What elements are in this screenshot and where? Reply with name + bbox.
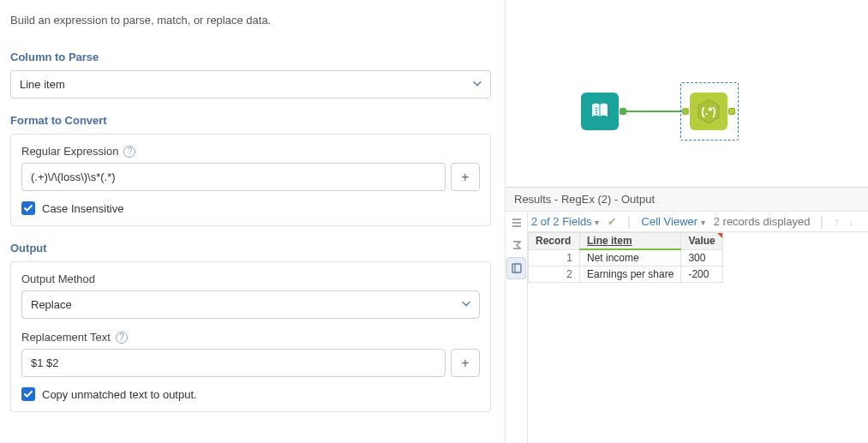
regex-input[interactable]: (.+)\/\(loss\)\s*(.*): [21, 163, 446, 191]
svg-rect-6: [512, 264, 521, 272]
regex-value: (.+)\/\(loss\)\s*(.*): [31, 171, 116, 183]
svg-text:(.*): (.*): [701, 105, 715, 117]
table-row[interactable]: 1 Net income 300: [529, 249, 723, 266]
output-method-value: Replace: [31, 298, 72, 311]
book-icon: [589, 100, 611, 123]
records-displayed: 2 records displayed: [714, 215, 811, 228]
check-icon[interactable]: ✔: [608, 215, 617, 228]
results-toolbar: 2 of 2 Fields ▾ ✔ │ Cell Viewer ▾ 2 reco…: [528, 212, 868, 232]
case-insensitive-checkbox[interactable]: [21, 201, 35, 215]
svg-point-2: [596, 110, 597, 111]
cell-line-item: Earnings per share: [580, 266, 681, 283]
column-to-parse-select[interactable]: Line item: [10, 70, 491, 99]
replacement-add-button[interactable]: +: [451, 349, 480, 377]
copy-unmatched-label: Copy unmatched text to output.: [42, 388, 197, 401]
cell-record: 2: [529, 266, 580, 283]
replacement-value: $1 $2: [31, 356, 59, 369]
output-anchor[interactable]: [728, 108, 735, 115]
format-to-convert-label: Format to Convert: [10, 114, 491, 127]
column-to-parse-label: Column to Parse: [10, 51, 491, 63]
workflow-canvas[interactable]: (.*): [506, 0, 868, 187]
connection-wire: [621, 111, 688, 112]
results-title: Results - RegEx (2) - Output: [514, 193, 655, 206]
description-text: Build an expression to parse, match, or …: [10, 14, 491, 27]
help-icon[interactable]: ?: [123, 146, 135, 158]
arrow-down-icon[interactable]: ↓: [848, 215, 854, 228]
output-method-label: Output Method: [21, 272, 95, 285]
svg-point-3: [596, 112, 597, 114]
cell-value: -200: [681, 266, 722, 283]
help-icon[interactable]: ?: [116, 332, 128, 344]
regex-icon: (.*): [694, 97, 723, 126]
cell-value: 300: [681, 249, 722, 266]
cell-viewer-dropdown[interactable]: Cell Viewer ▾: [642, 215, 705, 228]
replacement-text-input[interactable]: $1 $2: [21, 349, 446, 377]
output-panel: Output Method Replace Replacement Text ?…: [10, 261, 491, 412]
results-table: Record Line item Value 1 Net income 300: [528, 232, 723, 283]
col-record[interactable]: Record: [529, 233, 580, 250]
regex-label: Regular Expression: [21, 145, 118, 158]
output-section-label: Output: [10, 242, 491, 254]
regex-tool-node[interactable]: (.*): [690, 93, 727, 130]
column-to-parse-value: Line item: [20, 78, 65, 91]
table-row[interactable]: 2 Earnings per share -200: [529, 266, 723, 283]
results-side-tabs: [506, 212, 528, 443]
input-tool-node[interactable]: [581, 93, 619, 130]
cell-record: 1: [529, 249, 580, 266]
regex-add-button[interactable]: +: [451, 163, 480, 191]
input-anchor[interactable]: [682, 108, 689, 115]
cell-line-item: Net income: [580, 249, 681, 266]
output-anchor[interactable]: [620, 108, 626, 115]
sigma-tab-icon[interactable]: [506, 234, 527, 256]
config-panel: Build an expression to parse, match, or …: [0, 0, 506, 443]
output-method-select[interactable]: Replace: [21, 290, 480, 319]
fields-summary[interactable]: 2 of 2 Fields ▾: [531, 215, 599, 228]
copy-unmatched-checkbox[interactable]: [21, 387, 35, 401]
format-panel: Regular Expression ? (.+)\/\(loss\)\s*(.…: [10, 134, 491, 226]
results-title-bar: Results - RegEx (2) - Output: [506, 187, 868, 212]
col-value[interactable]: Value: [681, 233, 722, 250]
data-tab-icon[interactable]: [506, 257, 526, 279]
col-line-item[interactable]: Line item: [580, 233, 681, 250]
arrow-up-icon[interactable]: ↑: [835, 215, 841, 228]
metadata-tab-icon[interactable]: [506, 212, 527, 234]
case-insensitive-label: Case Insensitive: [42, 202, 123, 215]
replacement-text-label: Replacement Text: [21, 331, 111, 344]
svg-point-1: [596, 107, 597, 109]
